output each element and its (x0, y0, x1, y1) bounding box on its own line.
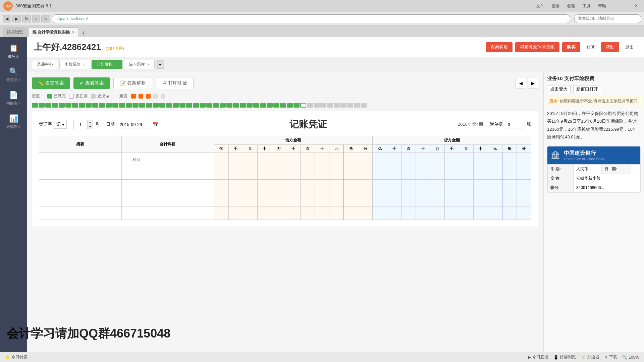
credit-cell-r1-c7[interactable] (473, 166, 488, 180)
progress-cell[interactable] (233, 103, 239, 108)
progress-cell[interactable] (273, 103, 279, 108)
debit-input-r3-c7[interactable] (317, 197, 327, 202)
account-input-0[interactable] (132, 157, 203, 162)
credit-input-r2-c6[interactable] (461, 184, 471, 189)
progress-cell[interactable] (179, 103, 185, 108)
debit-cell-r2-c9[interactable] (344, 180, 358, 193)
voucher-type-select[interactable]: 记 ▾ (54, 120, 67, 129)
debit-input-r1-c9[interactable] (346, 171, 356, 175)
debit-input-r2-c7[interactable] (317, 184, 327, 189)
credit-cell-r4-c3[interactable] (416, 206, 430, 220)
progress-cell[interactable] (347, 103, 353, 108)
debit-cell-r2-c4[interactable] (272, 180, 286, 193)
debit-cell-r2-c6[interactable] (301, 180, 315, 193)
content-tab-exercises[interactable]: 练习题库 ✕ (124, 60, 155, 69)
status-special-offer[interactable]: ⭐ 今日特卖 (5, 354, 28, 360)
credit-cell-r2-c5[interactable] (444, 180, 459, 193)
status-download[interactable]: ⬇ 下载 (604, 354, 617, 360)
credit-cell-r3-c10[interactable] (517, 193, 531, 206)
debit-cell-r1-c2[interactable] (243, 166, 257, 180)
progress-cell[interactable] (260, 103, 266, 108)
progress-cell[interactable] (280, 103, 286, 108)
credit-input-r3-c10[interactable] (519, 197, 529, 202)
credit-cell-r2-c8[interactable] (488, 180, 502, 193)
credit-cell-r2-c3[interactable] (416, 180, 430, 193)
cell-summary-1[interactable] (39, 166, 122, 180)
credit-cell-r0-c3[interactable] (416, 153, 430, 166)
credit-cell-r0-c9[interactable] (502, 153, 517, 166)
debit-cell-r0-c6[interactable] (301, 153, 315, 166)
progress-cell[interactable] (65, 103, 71, 108)
address-bar[interactable]: http://lx.acc5.com/ (52, 14, 570, 23)
analysis-button[interactable]: 📝 答案解析 (113, 77, 152, 89)
debit-input-r0-c10[interactable] (360, 157, 370, 162)
debit-input-r3-c4[interactable] (274, 197, 284, 202)
debit-cell-r3-c1[interactable] (228, 193, 243, 206)
sidebar-item-check-voucher[interactable]: 🔍 查凭证 > (0, 64, 27, 86)
menu-file[interactable]: 文件 (534, 3, 547, 10)
debit-cell-r2-c7[interactable] (315, 180, 329, 193)
debit-input-r4-c3[interactable] (260, 211, 270, 216)
credit-cell-r0-c7[interactable] (473, 153, 488, 166)
debit-cell-r0-c4[interactable] (272, 153, 286, 166)
credit-input-r0-c3[interactable] (418, 157, 428, 162)
credit-cell-r2-c10[interactable] (517, 180, 531, 193)
debit-cell-r1-c8[interactable] (329, 166, 344, 180)
debit-input-r4-c1[interactable] (231, 211, 241, 216)
credit-input-r2-c8[interactable] (490, 184, 500, 189)
credit-input-r1-c1[interactable] (389, 171, 399, 175)
credit-cell-r4-c0[interactable] (373, 206, 387, 220)
tab-close-accounting[interactable]: ✕ (72, 31, 74, 34)
debit-input-r0-c2[interactable] (245, 157, 255, 162)
credit-cell-r3-c4[interactable] (430, 193, 445, 206)
content-tab-exercises-close[interactable]: ✕ (147, 63, 150, 66)
debit-input-r2-c2[interactable] (245, 184, 255, 189)
credit-input-r3-c1[interactable] (389, 197, 399, 202)
credit-cell-r2-c6[interactable] (459, 180, 473, 193)
content-tab-loans[interactable]: 小额贷款 ✕ (59, 60, 90, 69)
credit-input-r3-c9[interactable] (504, 197, 514, 202)
debit-input-r1-c2[interactable] (245, 171, 255, 175)
voucher-date-input[interactable] (117, 121, 150, 128)
progress-cell[interactable] (200, 103, 206, 108)
debit-cell-r3-c3[interactable] (257, 193, 272, 206)
debit-cell-r3-c6[interactable] (301, 193, 315, 206)
debit-input-r1-c7[interactable] (317, 171, 327, 175)
debit-input-r4-c5[interactable] (288, 211, 298, 216)
debit-input-r0-c3[interactable] (260, 157, 270, 162)
debit-input-r1-c5[interactable] (288, 171, 298, 175)
debit-cell-r0-c0[interactable] (214, 153, 228, 166)
calendar-icon[interactable]: 📅 (152, 121, 159, 128)
credit-cell-r4-c8[interactable] (488, 206, 502, 220)
progress-cell[interactable] (153, 103, 159, 108)
progress-cell[interactable] (206, 103, 212, 108)
progress-cell[interactable] (59, 103, 65, 108)
credit-cell-r0-c10[interactable] (517, 153, 531, 166)
credit-input-r4-c5[interactable] (447, 211, 457, 216)
new-window-button[interactable]: 新窗口打开 (573, 85, 601, 93)
debit-input-r3-c1[interactable] (231, 197, 241, 202)
content-tab-loans-close[interactable]: ✕ (83, 63, 85, 66)
content-tab-bookkeeping-close[interactable]: ✕ (115, 63, 117, 66)
debit-cell-r4-c5[interactable] (286, 206, 301, 220)
debit-cell-r4-c0[interactable] (214, 206, 228, 220)
progress-cell[interactable] (267, 103, 273, 108)
debit-cell-r1-c6[interactable] (301, 166, 315, 180)
cell-summary-0[interactable] (39, 153, 122, 166)
progress-cell[interactable] (52, 103, 58, 108)
search-bar[interactable]: 文章吸烟上法制节目 (574, 14, 641, 23)
debit-cell-r3-c4[interactable] (272, 193, 286, 206)
progress-cell[interactable] (92, 103, 98, 108)
debit-cell-r2-c5[interactable] (286, 180, 301, 193)
debit-cell-r3-c7[interactable] (315, 193, 329, 206)
back-button[interactable]: ◀ (3, 15, 11, 22)
credit-cell-r3-c5[interactable] (444, 193, 459, 206)
progress-cell[interactable] (287, 103, 293, 108)
debit-input-r0-c9[interactable] (346, 157, 356, 162)
progress-cell[interactable] (45, 103, 51, 108)
credit-cell-r3-c2[interactable] (401, 193, 416, 206)
progress-cell[interactable] (112, 103, 118, 108)
credit-cell-r1-c0[interactable] (373, 166, 387, 180)
credit-input-r2-c3[interactable] (418, 184, 428, 189)
debit-cell-r0-c1[interactable] (228, 153, 243, 166)
